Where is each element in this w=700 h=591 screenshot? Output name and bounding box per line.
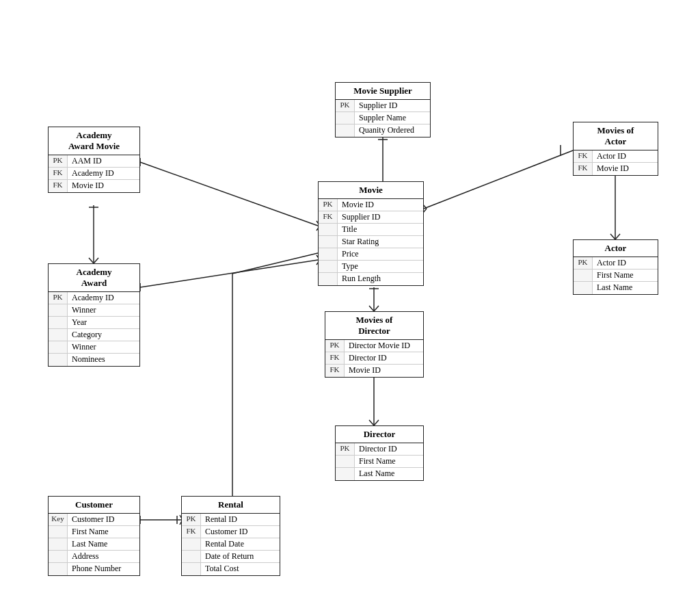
field-key: PK <box>182 514 201 525</box>
entity-academyAward: AcademyAwardPKAcademy IDWinnerYearCatego… <box>48 263 140 367</box>
entity-rental: RentalPKRental IDFKCustomer IDRental Dat… <box>181 496 280 576</box>
field-key <box>49 329 68 341</box>
entity-row: Winner <box>49 304 139 317</box>
field-key: Key <box>49 514 68 525</box>
entity-row: PKRental ID <box>182 514 280 526</box>
field-name: Movie ID <box>68 180 108 192</box>
entity-row: FKMovie ID <box>49 180 139 192</box>
field-key: FK <box>49 180 68 192</box>
svg-line-4 <box>424 150 573 209</box>
entity-row: Category <box>49 329 139 341</box>
field-key <box>49 563 68 575</box>
svg-line-17 <box>89 258 94 263</box>
field-key: PK <box>325 340 345 352</box>
entity-moviesOfDirector: Movies ofDirectorPKDirector Movie IDFKDi… <box>325 311 424 378</box>
field-key <box>319 236 338 248</box>
entity-row: FKMovie ID <box>325 365 423 377</box>
page: Movie SupplierPKSupplier IDSuppler NameQ… <box>0 0 700 591</box>
field-name: Supplier ID <box>355 100 401 111</box>
entity-movieSupplier: Movie SupplierPKSupplier IDSuppler NameQ… <box>335 82 431 137</box>
entity-row: Address <box>49 551 139 563</box>
field-name: Academy ID <box>68 292 118 304</box>
field-name: Movie ID <box>345 365 385 377</box>
entity-row: Suppler Name <box>336 112 430 124</box>
field-key <box>182 551 201 562</box>
entity-row: PKDirector Movie ID <box>325 340 423 352</box>
entity-title-customer: Customer <box>49 497 139 514</box>
field-key: FK <box>182 526 201 538</box>
field-name: Run Length <box>338 273 385 285</box>
entity-customer: CustomerKeyCustomer IDFirst NameLast Nam… <box>48 496 140 576</box>
field-name: Total Cost <box>201 563 243 575</box>
field-name: Quanity Ordered <box>355 124 418 137</box>
entity-row: Last Name <box>574 282 658 294</box>
field-key: PK <box>49 155 68 167</box>
field-key <box>319 248 338 260</box>
field-name: Star Rating <box>338 236 383 248</box>
svg-line-12 <box>140 162 318 226</box>
field-name: Rental ID <box>201 514 241 525</box>
entity-row: Nominees <box>49 354 139 366</box>
entity-director: DirectorPKDirector IDFirst NameLast Name <box>335 425 424 481</box>
field-name: First Name <box>68 526 113 538</box>
entity-row: PKMovie ID <box>319 199 423 211</box>
field-name: Director ID <box>345 352 391 364</box>
field-key <box>182 563 201 575</box>
entity-academyAwardMovie: AcademyAward MoviePKAAM IDFKAcademy IDFK… <box>48 127 140 193</box>
field-name: Academy ID <box>68 168 118 179</box>
field-name: Winner <box>68 304 100 316</box>
entity-title-director: Director <box>336 426 423 443</box>
entity-row: First Name <box>336 456 423 468</box>
field-name: First Name <box>355 456 400 467</box>
entity-row: Last Name <box>49 538 139 551</box>
svg-line-20 <box>140 260 318 287</box>
field-name: Year <box>68 317 91 328</box>
field-key <box>49 526 68 538</box>
entity-row: Title <box>319 224 423 236</box>
field-key: PK <box>319 199 338 211</box>
entity-row: Quanity Ordered <box>336 124 430 137</box>
field-key <box>336 112 355 124</box>
entity-actor: ActorPKActor IDFirst NameLast Name <box>573 239 658 295</box>
field-name: Movie ID <box>593 163 633 175</box>
svg-line-29 <box>369 420 374 425</box>
entity-row: First Name <box>574 270 658 282</box>
field-key: PK <box>336 100 355 111</box>
field-key: FK <box>574 150 593 162</box>
field-key <box>319 224 338 235</box>
field-key <box>49 551 68 562</box>
entity-row: Run Length <box>319 273 423 285</box>
field-name: First Name <box>593 270 638 281</box>
entity-row: Year <box>49 317 139 329</box>
field-key: PK <box>49 292 68 304</box>
entity-row: FKAcademy ID <box>49 168 139 180</box>
field-key: FK <box>49 168 68 179</box>
svg-line-26 <box>374 306 379 311</box>
entity-row: FKMovie ID <box>574 163 658 175</box>
field-key: FK <box>325 365 345 377</box>
entity-row: PKAcademy ID <box>49 292 139 304</box>
field-key <box>319 273 338 285</box>
field-name: Title <box>338 224 361 235</box>
field-name: Last Name <box>68 538 111 550</box>
field-name: Last Name <box>355 468 399 480</box>
field-name: Price <box>338 248 363 260</box>
field-key: FK <box>325 352 345 364</box>
field-name: Customer ID <box>201 526 252 538</box>
field-key: FK <box>319 211 338 223</box>
entity-row: FKDirector ID <box>325 352 423 365</box>
entity-row: Rental Date <box>182 538 280 551</box>
entity-row: Star Rating <box>319 236 423 248</box>
entity-row: Date of Return <box>182 551 280 563</box>
field-name: Date of Return <box>201 551 258 562</box>
entity-row: Last Name <box>336 468 423 480</box>
field-name: Address <box>68 551 103 562</box>
entity-row: PKDirector ID <box>336 443 423 456</box>
entity-title-moviesOfActor: Movies ofActor <box>574 122 658 150</box>
entity-row: PKActor ID <box>574 257 658 270</box>
field-key <box>49 317 68 328</box>
entity-row: First Name <box>49 526 139 538</box>
field-name: Suppler Name <box>355 112 410 124</box>
entity-movie: MoviePKMovie IDFKSupplier IDTitleStar Ra… <box>318 181 424 286</box>
entity-row: PKSupplier ID <box>336 100 430 112</box>
